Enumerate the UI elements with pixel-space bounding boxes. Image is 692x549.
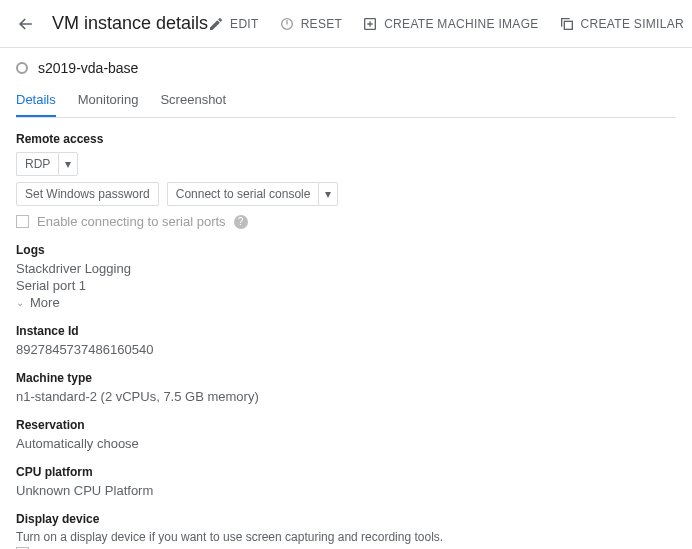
reservation-label: Reservation — [16, 418, 676, 432]
svg-rect-2 — [564, 21, 572, 29]
cpu-platform-value: Unknown CPU Platform — [16, 483, 676, 498]
stackdriver-link[interactable]: Stackdriver Logging — [16, 261, 676, 276]
reset-label: RESET — [301, 17, 343, 31]
tab-screenshot[interactable]: Screenshot — [160, 86, 226, 117]
more-expand[interactable]: ⌄ More — [16, 295, 676, 310]
content-area: s2019-vda-base Details Monitoring Screen… — [0, 48, 692, 549]
page-title: VM instance details — [52, 13, 208, 34]
instance-name: s2019-vda-base — [38, 60, 138, 76]
back-button[interactable] — [16, 12, 36, 36]
display-device-label: Display device — [16, 512, 676, 526]
tab-details[interactable]: Details — [16, 86, 56, 117]
status-icon — [16, 62, 28, 74]
instance-id-section: Instance Id 8927845737486160540 — [16, 324, 676, 357]
cpu-platform-label: CPU platform — [16, 465, 676, 479]
arrow-left-icon — [16, 14, 36, 34]
set-windows-password-button[interactable]: Set Windows password — [16, 182, 159, 206]
remote-access-label: Remote access — [16, 132, 676, 146]
edit-button[interactable]: EDIT — [208, 16, 259, 32]
reservation-value: Automatically choose — [16, 436, 676, 451]
instance-id-value: 8927845737486160540 — [16, 342, 676, 357]
reservation-section: Reservation Automatically choose — [16, 418, 676, 451]
rdp-dropdown[interactable]: ▾ — [58, 152, 78, 176]
display-device-desc: Turn on a display device if you want to … — [16, 530, 676, 544]
disk-plus-icon — [362, 16, 378, 32]
create-image-button[interactable]: CREATE MACHINE IMAGE — [362, 16, 538, 32]
machine-type-section: Machine type n1-standard-2 (2 vCPUs, 7.5… — [16, 371, 676, 404]
remote-access-section: Remote access RDP ▾ Set Windows password… — [16, 132, 676, 229]
caret-down-icon: ▾ — [65, 157, 71, 171]
tab-monitoring[interactable]: Monitoring — [78, 86, 139, 117]
serial-console-dropdown[interactable]: ▾ — [318, 182, 338, 206]
logs-section: Logs Stackdriver Logging Serial port 1 ⌄… — [16, 243, 676, 310]
cpu-platform-section: CPU platform Unknown CPU Platform — [16, 465, 676, 498]
enable-serial-checkbox[interactable] — [16, 215, 29, 228]
reset-icon — [279, 16, 295, 32]
copy-icon — [559, 16, 575, 32]
instance-header: s2019-vda-base — [16, 60, 676, 76]
rdp-label[interactable]: RDP — [16, 152, 58, 176]
tabs: Details Monitoring Screenshot — [16, 86, 676, 118]
enable-serial-label: Enable connecting to serial ports — [37, 214, 226, 229]
machine-type-label: Machine type — [16, 371, 676, 385]
pencil-icon — [208, 16, 224, 32]
page-header: VM instance details EDIT RESET CREATE MA… — [0, 0, 692, 48]
edit-label: EDIT — [230, 17, 259, 31]
serial-console-button[interactable]: Connect to serial console ▾ — [167, 182, 339, 206]
chevron-down-icon: ⌄ — [16, 297, 24, 308]
serial-port-link[interactable]: Serial port 1 — [16, 278, 676, 293]
more-label: More — [30, 295, 60, 310]
machine-type-value: n1-standard-2 (2 vCPUs, 7.5 GB memory) — [16, 389, 676, 404]
create-similar-button[interactable]: CREATE SIMILAR — [559, 16, 684, 32]
enable-serial-row: Enable connecting to serial ports ? — [16, 214, 676, 229]
help-icon[interactable]: ? — [234, 215, 248, 229]
logs-label: Logs — [16, 243, 676, 257]
create-similar-label: CREATE SIMILAR — [581, 17, 684, 31]
header-actions: EDIT RESET CREATE MACHINE IMAGE CREATE S… — [208, 16, 692, 32]
instance-id-label: Instance Id — [16, 324, 676, 338]
rdp-button[interactable]: RDP ▾ — [16, 152, 78, 176]
caret-down-icon: ▾ — [325, 187, 331, 201]
create-image-label: CREATE MACHINE IMAGE — [384, 17, 538, 31]
display-device-section: Display device Turn on a display device … — [16, 512, 676, 549]
serial-console-label[interactable]: Connect to serial console — [167, 182, 319, 206]
reset-button[interactable]: RESET — [279, 16, 343, 32]
